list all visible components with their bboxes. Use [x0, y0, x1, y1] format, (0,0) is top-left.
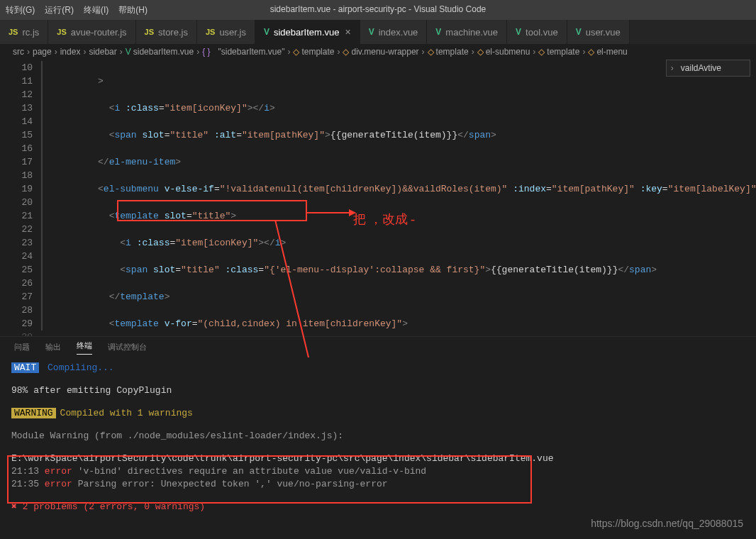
error-file-path: E:\workSpace\airportSecurity\code\trunk\… — [11, 452, 745, 465]
symbol-icon: ◇ — [538, 47, 545, 57]
menu-help[interactable]: 帮助(H) — [118, 4, 148, 16]
wait-badge: WAIT — [11, 362, 39, 373]
outline-item-label: vaildAvtive — [681, 63, 721, 73]
js-file-icon: JS — [9, 28, 18, 36]
breadcrumb[interactable]: src› page› index› sidebar› VsidebarItem.… — [0, 44, 756, 60]
js-file-icon: JS — [145, 28, 154, 36]
symbol-icon: ◇ — [588, 47, 594, 57]
symbol-icon: ◇ — [477, 47, 484, 57]
vue-file-icon: V — [516, 27, 521, 37]
annotation-text: 把 ，改成 - — [353, 211, 415, 228]
warning-badge: WARNING — [11, 408, 56, 418]
panel-tab-debug[interactable]: 调试控制台 — [108, 342, 147, 352]
vue-file-icon: V — [435, 27, 441, 37]
tab-index[interactable]: Vindex.vue — [360, 20, 428, 44]
panel-tab-terminal[interactable]: 终端 — [77, 340, 92, 355]
panel-tabs: 问题 输出 终端 调试控制台 — [0, 336, 756, 357]
symbol-icon: ◇ — [293, 47, 299, 57]
warning-text: Compiled with 1 warnings — [60, 408, 193, 418]
vue-file-icon: V — [369, 27, 374, 37]
tab-sidebaritem[interactable]: VsidebarItem.vue× — [255, 20, 360, 44]
tab-store[interactable]: JSstore.js — [136, 20, 197, 44]
symbol-icon: ◇ — [428, 47, 434, 57]
code-editor[interactable]: 1011121314151617181920212223242526272829… — [0, 60, 756, 336]
progress-text: 98% after emitting CopyPlugin — [11, 384, 745, 397]
tab-rcjs[interactable]: JSrc.js — [0, 20, 48, 44]
js-file-icon: JS — [57, 28, 66, 36]
vue-file-icon: V — [126, 47, 131, 57]
tab-user-js[interactable]: JSuser.js — [197, 20, 255, 44]
tab-avue-router[interactable]: JSavue-router.js — [48, 20, 135, 44]
vue-file-icon: V — [264, 27, 269, 37]
error-x-icon: ✖ — [11, 501, 23, 512]
panel-tab-problems[interactable]: 问题 — [14, 342, 30, 352]
module-warning: Module Warning (from ./node_modules/esli… — [11, 430, 745, 443]
menu-goto[interactable]: 转到(G) — [6, 4, 35, 16]
tab-machine[interactable]: Vmachine.vue — [427, 20, 507, 44]
menu-run[interactable]: 运行(R) — [45, 4, 74, 16]
code-content[interactable]: > <i :class="item[iconKey]"></i> <span s… — [43, 60, 756, 336]
chevron-right-icon: › — [671, 63, 674, 73]
braces-icon: { } — [202, 47, 210, 57]
line-numbers: 1011121314151617181920212223242526272829… — [0, 60, 43, 336]
tab-tool[interactable]: Vtool.vue — [507, 20, 567, 44]
terminal-panel[interactable]: WAIT Compiling... 98% after emitting Cop… — [0, 357, 756, 539]
menu-terminal[interactable]: 终端(I) — [84, 4, 109, 16]
editor-tabs: JSrc.js JSavue-router.js JSstore.js JSus… — [0, 20, 756, 44]
close-icon[interactable]: × — [345, 26, 350, 38]
menubar: 转到(G) 运行(R) 终端(I) 帮助(H) — [0, 0, 756, 20]
compiling-text: Compiling... — [48, 362, 114, 373]
error terminal-summary: 2 problems (2 errors, 0 warnings) — [23, 501, 205, 512]
vue-file-icon: V — [576, 27, 582, 37]
tab-user-vue[interactable]: Vuser.vue — [567, 20, 630, 44]
symbol-icon: ◇ — [343, 47, 349, 57]
outline-dropdown[interactable]: › vaildAvtive — [666, 60, 750, 77]
watermark-text: https://blog.csdn.net/qq_29088015 — [591, 518, 743, 529]
panel-tab-output[interactable]: 输出 — [45, 342, 61, 352]
js-file-icon: JS — [206, 28, 215, 36]
